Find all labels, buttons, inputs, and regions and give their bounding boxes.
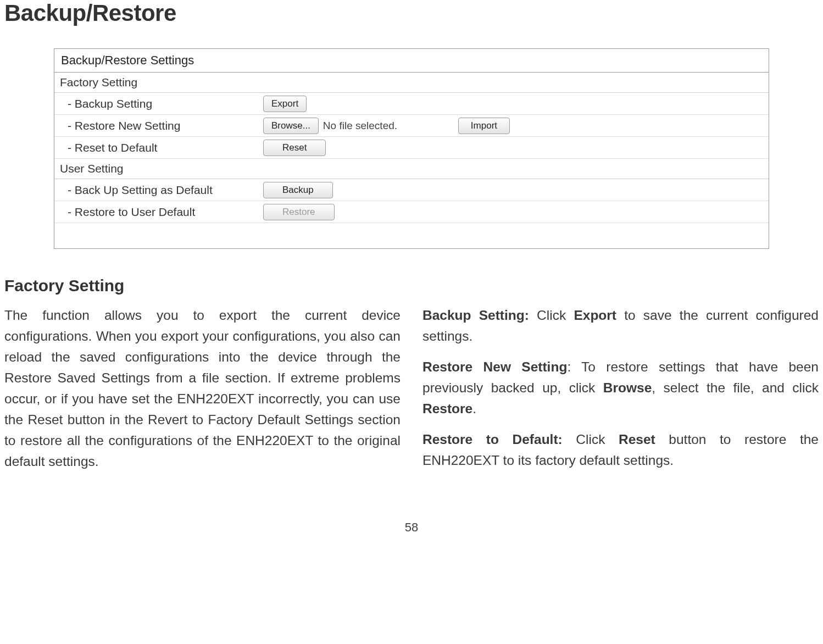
intro-paragraph: The function allows you to export the cu… bbox=[4, 305, 401, 472]
restore-new-bold: Restore New Setting bbox=[422, 359, 567, 374]
page-title: Backup/Restore bbox=[4, 0, 819, 26]
panel-header: Backup/Restore Settings bbox=[54, 49, 769, 73]
settings-panel: Backup/Restore Settings Factory Setting … bbox=[54, 48, 769, 249]
browse-bold: Browse bbox=[603, 380, 652, 395]
file-selected-text: No file selected. bbox=[323, 120, 455, 132]
restore-user-default-label: - Restore to User Default bbox=[60, 206, 263, 219]
section-subheading: Factory Setting bbox=[4, 276, 819, 295]
text: Click bbox=[529, 308, 574, 323]
right-column: Backup Setting: Click Export to save the… bbox=[422, 305, 819, 482]
left-column: The function allows you to export the cu… bbox=[4, 305, 401, 482]
row-restore-new-setting: - Restore New Setting Browse... No file … bbox=[54, 115, 769, 137]
text: , select the file, and click bbox=[652, 380, 819, 395]
reset-bold: Reset bbox=[619, 432, 655, 447]
factory-section-header: Factory Setting bbox=[54, 73, 769, 93]
backup-setting-paragraph: Backup Setting: Click Export to save the… bbox=[422, 305, 819, 347]
restore-button[interactable]: Restore bbox=[263, 204, 335, 220]
restore-bold: Restore bbox=[422, 401, 472, 416]
backup-setting-label: - Backup Setting bbox=[60, 97, 263, 110]
text: Click bbox=[563, 432, 619, 447]
row-restore-user-default: - Restore to User Default Restore bbox=[54, 201, 769, 223]
export-bold: Export bbox=[574, 308, 616, 323]
panel-footer-spacer bbox=[54, 223, 769, 248]
row-reset-default: - Reset to Default Reset bbox=[54, 137, 769, 159]
backup-default-label: - Back Up Setting as Default bbox=[60, 184, 263, 197]
restore-new-setting-label: - Restore New Setting bbox=[60, 119, 263, 132]
text: . bbox=[472, 401, 476, 416]
import-button[interactable]: Import bbox=[458, 118, 510, 134]
user-section-header: User Setting bbox=[54, 159, 769, 179]
backup-setting-bold: Backup Setting: bbox=[422, 308, 529, 323]
reset-button[interactable]: Reset bbox=[263, 140, 326, 156]
backup-button[interactable]: Backup bbox=[263, 182, 333, 198]
row-backup-setting: - Backup Setting Export bbox=[54, 93, 769, 115]
restore-default-bold: Restore to Default: bbox=[422, 432, 563, 447]
export-button[interactable]: Export bbox=[263, 96, 307, 112]
reset-default-label: - Reset to Default bbox=[60, 141, 263, 154]
page-number: 58 bbox=[4, 520, 819, 535]
row-backup-default: - Back Up Setting as Default Backup bbox=[54, 179, 769, 201]
restore-default-paragraph: Restore to Default: Click Reset button t… bbox=[422, 429, 819, 471]
restore-new-paragraph: Restore New Setting: To restore settings… bbox=[422, 357, 819, 419]
browse-button[interactable]: Browse... bbox=[263, 118, 319, 134]
